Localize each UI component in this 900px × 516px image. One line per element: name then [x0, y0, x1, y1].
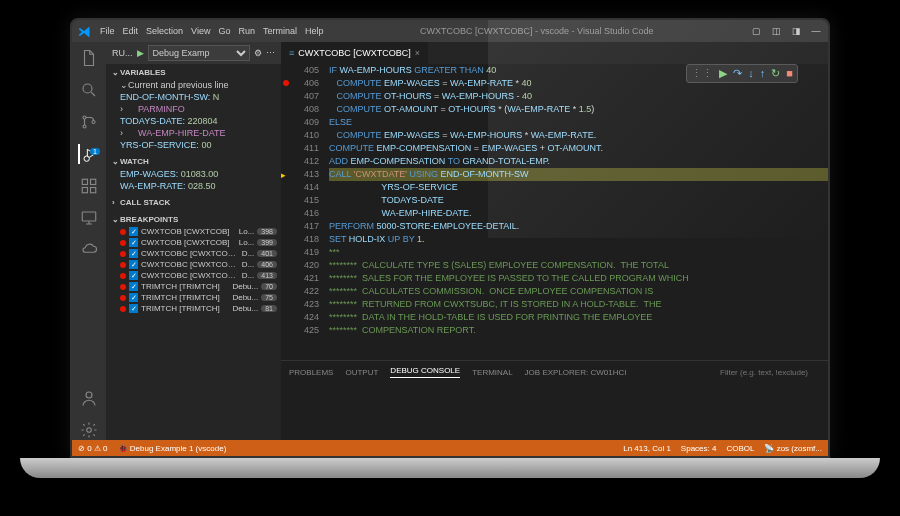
- line-number[interactable]: 422: [281, 285, 319, 298]
- code-line[interactable]: COMPUTE EMP-COMPENSATION = EMP-WAGES + O…: [329, 142, 828, 155]
- breakpoint-row[interactable]: ✓TRIMTCH [TRIMTCH]Debu...81: [116, 303, 281, 314]
- checkbox[interactable]: ✓: [129, 293, 138, 302]
- watch-row[interactable]: EMP-WAGES: 01083.00: [116, 168, 281, 180]
- statusbar-item[interactable]: ⊘ 0 ⚠ 0: [78, 444, 108, 453]
- code-line[interactable]: SET HOLD-IX UP BY 1.: [329, 233, 828, 246]
- line-number[interactable]: 414: [281, 181, 319, 194]
- menu-go[interactable]: Go: [218, 26, 230, 36]
- checkbox[interactable]: ✓: [129, 227, 138, 236]
- code-line[interactable]: ADD EMP-COMPENSATION TO GRAND-TOTAL-EMP.: [329, 155, 828, 168]
- checkbox[interactable]: ✓: [129, 282, 138, 291]
- breakpoint-row[interactable]: ✓TRIMTCH [TRIMTCH]Debu...70: [116, 281, 281, 292]
- extensions-icon[interactable]: [79, 176, 99, 196]
- menu-terminal[interactable]: Terminal: [263, 26, 297, 36]
- code-line[interactable]: ******** RETURNED FROM CWXTSUBC, IT IS S…: [329, 298, 828, 311]
- code-line[interactable]: CALL 'CWXTDATE' USING END-OF-MONTH-SW: [329, 168, 828, 181]
- account-icon[interactable]: [79, 388, 99, 408]
- start-debug-icon[interactable]: ▶: [137, 48, 144, 58]
- filter-input[interactable]: [720, 368, 820, 377]
- panel-tab[interactable]: Problems: [289, 368, 333, 377]
- line-number[interactable]: 420: [281, 259, 319, 272]
- stop-icon[interactable]: ■: [786, 67, 793, 80]
- menu-file[interactable]: File: [100, 26, 115, 36]
- checkbox[interactable]: ✓: [129, 260, 138, 269]
- search-icon[interactable]: [79, 80, 99, 100]
- statusbar-item[interactable]: COBOL: [726, 444, 754, 453]
- line-number[interactable]: 423: [281, 298, 319, 311]
- editor-tab[interactable]: ≡ CWXTCOBC [CWXTCOBC] ×: [281, 42, 429, 64]
- breakpoint-row[interactable]: ✓CWXTCOBC [CWXTCOBC]D...413: [116, 270, 281, 281]
- line-number[interactable]: 411: [281, 142, 319, 155]
- layout-icon[interactable]: ▢: [750, 25, 762, 37]
- code-line[interactable]: ******** SALES FOR THE EMPLOYEE IS PASSE…: [329, 272, 828, 285]
- breakpoints-section[interactable]: ⌄Breakpoints: [106, 213, 281, 226]
- code-line[interactable]: TODAYS-DATE: [329, 194, 828, 207]
- variables-section[interactable]: ⌄Variables: [106, 66, 281, 79]
- code-line[interactable]: COMPUTE OT-HOURS = WA-EMP-HOURS - 40: [329, 90, 828, 103]
- code-line[interactable]: ******** CALCULATES COMMISSION. ONCE EMP…: [329, 285, 828, 298]
- variable-row[interactable]: ›WA-EMP-HIRE-DATE: [116, 127, 281, 139]
- line-number[interactable]: 410: [281, 129, 319, 142]
- watch-row[interactable]: WA-EMP-RATE: 028.50: [116, 180, 281, 192]
- menu-edit[interactable]: Edit: [123, 26, 139, 36]
- line-number[interactable]: 425: [281, 324, 319, 337]
- statusbar-item[interactable]: 📡 zos (zosmf...: [764, 444, 822, 453]
- continue-icon[interactable]: ▶: [719, 67, 727, 80]
- statusbar-item[interactable]: Spaces: 4: [681, 444, 717, 453]
- variable-row[interactable]: ›PARMINFO: [116, 103, 281, 115]
- code-line[interactable]: ELSE: [329, 116, 828, 129]
- code-line[interactable]: COMPUTE EMP-WAGES = WA-EMP-HOURS * WA-EM…: [329, 129, 828, 142]
- code-line[interactable]: WA-EMP-HIRE-DATE.: [329, 207, 828, 220]
- step-over-icon[interactable]: ↷: [733, 67, 742, 80]
- panel-tab[interactable]: Output: [345, 368, 378, 377]
- checkbox[interactable]: ✓: [129, 271, 138, 280]
- panel-tab[interactable]: Job Explorer: CW01HCI: [525, 368, 627, 377]
- variable-row[interactable]: END-OF-MONTH-SW: N: [116, 91, 281, 103]
- step-into-icon[interactable]: ↓: [748, 67, 754, 80]
- close-icon[interactable]: ×: [415, 48, 420, 58]
- checkbox[interactable]: ✓: [129, 304, 138, 313]
- line-number[interactable]: 415: [281, 194, 319, 207]
- code-editor[interactable]: 405406407408409410411412▸413414415416417…: [281, 64, 828, 360]
- remote-icon[interactable]: [79, 208, 99, 228]
- debug-console-body[interactable]: [281, 383, 828, 440]
- debug-config-select[interactable]: Debug Examp: [148, 45, 250, 61]
- minimize-icon[interactable]: —: [810, 25, 822, 37]
- layout-panel-icon[interactable]: ◫: [770, 25, 782, 37]
- menu-run[interactable]: Run: [238, 26, 255, 36]
- checkbox[interactable]: ✓: [129, 249, 138, 258]
- restart-icon[interactable]: ↻: [771, 67, 780, 80]
- breakpoint-row[interactable]: ✓CWXTCOBC [CWXTCOBC]D...406: [116, 259, 281, 270]
- menu-help[interactable]: Help: [305, 26, 324, 36]
- menu-view[interactable]: View: [191, 26, 210, 36]
- debug-icon[interactable]: 1: [78, 144, 98, 164]
- line-number[interactable]: 418: [281, 233, 319, 246]
- layout-sidebar-icon[interactable]: ◨: [790, 25, 802, 37]
- code-line[interactable]: YRS-OF-SERVICE: [329, 181, 828, 194]
- line-number[interactable]: 421: [281, 272, 319, 285]
- line-number[interactable]: 412: [281, 155, 319, 168]
- drag-handle-icon[interactable]: ⋮⋮: [691, 67, 713, 80]
- source-control-icon[interactable]: [79, 112, 99, 132]
- line-number[interactable]: 408: [281, 103, 319, 116]
- line-number[interactable]: 419: [281, 246, 319, 259]
- watch-section[interactable]: ⌄Watch: [106, 155, 281, 168]
- breakpoint-row[interactable]: ✓TRIMTCH [TRIMTCH]Debu...75: [116, 292, 281, 303]
- settings-icon[interactable]: [79, 420, 99, 440]
- line-number[interactable]: 409: [281, 116, 319, 129]
- statusbar-item[interactable]: 🐞 Debug Example 1 (vscode): [118, 444, 227, 453]
- panel-tab[interactable]: Debug Console: [390, 366, 460, 378]
- code-line[interactable]: PERFORM 5000-STORE-EMPLOYEE-DETAIL.: [329, 220, 828, 233]
- line-number[interactable]: ▸413: [281, 168, 319, 181]
- line-number[interactable]: 424: [281, 311, 319, 324]
- line-number[interactable]: 407: [281, 90, 319, 103]
- config-gear-icon[interactable]: ⚙: [254, 48, 262, 58]
- code-line[interactable]: ***: [329, 246, 828, 259]
- line-number[interactable]: 417: [281, 220, 319, 233]
- step-out-icon[interactable]: ↑: [760, 67, 766, 80]
- line-number[interactable]: 405: [281, 64, 319, 77]
- variable-row[interactable]: YRS-OF-SERVICE: 00: [116, 139, 281, 151]
- menu-selection[interactable]: Selection: [146, 26, 183, 36]
- breakpoint-row[interactable]: ✓CWXTCOB [CWXTCOB]Lo...399: [116, 237, 281, 248]
- breakpoint-row[interactable]: ✓CWXTCOBC [CWXTCOBC]D...401: [116, 248, 281, 259]
